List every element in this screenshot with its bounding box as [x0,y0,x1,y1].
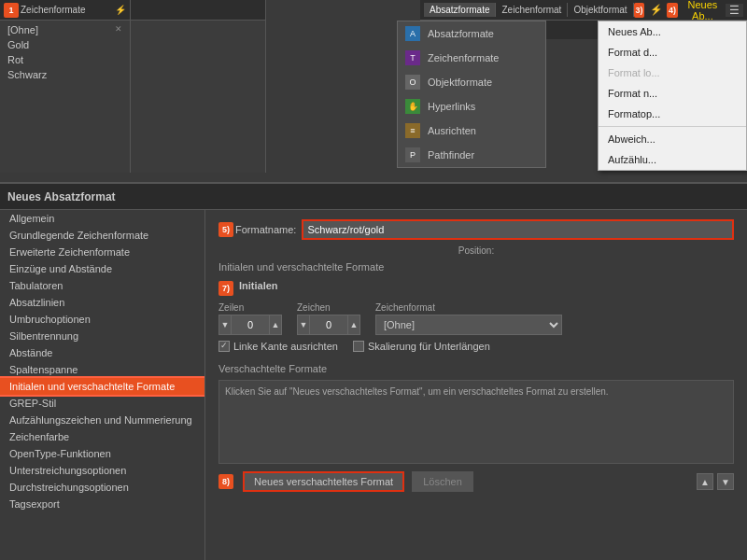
flyout-label-hyperlinks: Hyperlinks [428,101,475,112]
dialog-title: Neues Absatzformat [7,190,116,203]
initialen-title: Initialen [239,280,278,291]
rd-item-format-n[interactable]: Format n... [599,83,746,104]
flyout-item-hyperlinks[interactable]: ✋ Hyperlinks [398,94,545,119]
sidebar-aufzahlung[interactable]: Aufzählungszeichen und Nummerierung [0,412,204,428]
flyout-item-zeichen[interactable]: T Zeichenformate [398,46,545,70]
format-item-schwarz[interactable]: Schwarz [0,67,130,82]
sidebar-grundlegende[interactable]: Grundlegende Zeichenformate [0,227,204,244]
flyout-label-absatz: Absatzformate [428,28,494,39]
move-up-btn[interactable]: ▲ [697,473,713,490]
zeichenformat-label: Zeichenformat [375,302,562,313]
flyout-label-objekt: Objektformate [428,77,492,88]
flyout-item-ausrichten[interactable]: ≡ Ausrichten [398,119,545,143]
tab-objektformat[interactable]: Objektformat [568,3,633,17]
sidebar-opentype[interactable]: OpenType-Funktionen [0,445,204,462]
zeilen-spinner: ▼ ▲ [218,315,282,335]
zeilen-up-btn[interactable]: ▲ [269,315,282,335]
lightning-icon: ⚡ [115,5,126,15]
lightning-icon-right[interactable]: ⚡ [650,4,663,16]
path-icon: P [405,147,420,162]
sidebar-tagsexport[interactable]: Tagsexport [0,496,204,512]
format-item-ohne[interactable]: [Ohne] ✕ [0,22,130,37]
sidebar-silbentrennung[interactable]: Silbentrennung [0,328,204,344]
neues-button[interactable]: Neues Ab... [684,0,722,21]
flyout-item-pathfinder[interactable]: P Pathfinder [398,143,545,167]
checkbox-linke[interactable] [218,341,230,352]
flyout-label-pathfinder: Pathfinder [428,149,474,161]
sidebar-umbruch[interactable]: Umbruchoptionen [0,311,204,328]
verschachtelte-box: Klicken Sie auf "Neues verschachteltes F… [218,380,734,464]
badge-8: 8) [218,474,233,489]
sidebar-grep[interactable]: GREP-Stil [0,395,204,412]
absatz-icon: A [405,26,420,41]
toolbar-icons: 3) ⚡ 4) Neues Ab... ☰ [634,0,743,21]
rd-item-abweich[interactable]: Abweich... [599,129,746,149]
zeilen-down-btn[interactable]: ▼ [218,315,232,335]
flyout-item-objekt[interactable]: O Objektformate [398,70,545,94]
zeichen-icon: T [405,50,420,65]
loschen-btn: Löschen [412,471,473,492]
checkbox-skalierung-label[interactable]: Skalierung für Unterlängen [353,341,490,352]
rd-item-aufzahlu[interactable]: Aufzählu... [599,149,746,170]
sidebar-zeichenfarbe[interactable]: Zeichenfarbe [0,428,204,445]
hand-icon: ✋ [405,99,420,114]
sidebar-erweiterte[interactable]: Erweiterte Zeichenformate [0,244,204,260]
badge-4: 4) [667,3,678,18]
dialog-body: Allgemein Grundlegende Zeichenformate Er… [0,210,747,560]
dialog-content: 5) Formatname: Position: Initialen und v… [205,210,747,560]
flyout-menu: A Absatzformate T Zeichenformate O Objek… [397,21,546,168]
tab-absatzformate[interactable]: Absatzformate [424,3,496,17]
top-right-tabs: Absatzformate Zeichenformat Objektformat… [420,0,747,21]
zeichen-spinner: ▼ ▲ [297,315,360,335]
objekt-icon: O [405,75,420,90]
zeichen-input[interactable] [310,315,347,335]
initialen-section: 7) Initialen Zeilen ▼ ▲ [218,280,734,352]
dialog-sidebar: Allgemein Grundlegende Zeichenformate Er… [0,210,205,560]
abs-panel-header [131,0,265,21]
formatname-label: Formatname: [235,224,296,235]
zeichenformat-select[interactable]: [Ohne] [375,315,562,335]
close-icon[interactable]: ✕ [115,24,122,34]
verschachtelte-section: Verschachtelte Formate Klicken Sie auf "… [218,363,734,464]
checkbox-skalierung[interactable] [353,341,364,352]
rd-item-formatop[interactable]: Formatop... [599,104,746,124]
panel-menu-button[interactable]: ☰ [726,4,743,17]
sidebar-abstande[interactable]: Abstände [0,344,204,361]
zeichen-up-btn[interactable]: ▲ [347,315,360,335]
main-dialog: Neues Absatzformat Allgemein Grundlegend… [0,182,747,560]
checkbox-row: Linke Kante ausrichten Skalierung für Un… [218,341,734,352]
neues-verschachteltes-btn[interactable]: Neues verschachteltes Format [243,471,404,492]
move-down-btn[interactable]: ▼ [717,473,734,490]
verschachtelte-title: Verschachtelte Formate [218,363,734,374]
zeilen-input[interactable] [232,315,269,335]
sidebar-durchstreichung[interactable]: Durchstreichungsoptionen [0,479,204,496]
tab-zeichenformat[interactable]: Zeichenformat [496,3,568,17]
sidebar-tabulatoren[interactable]: Tabulatoren [0,277,204,294]
position-label: Position: [458,245,494,256]
sidebar-unterstreichung[interactable]: Unterstreichungsoptionen [0,462,204,479]
top-panel: 1 Zeichenformate ⚡ [Ohne] ✕ Gold Rot Sch… [0,0,747,187]
separator [599,126,746,127]
formatname-input[interactable] [302,219,734,240]
zeichen-down-btn[interactable]: ▼ [297,315,310,335]
rd-item-format-lo: Format lo... [599,63,746,83]
flyout-label-zeichen: Zeichenformate [428,52,499,63]
checkbox-linke-text: Linke Kante ausrichten [233,341,338,352]
sidebar-einzuge[interactable]: Einzüge und Abstände [0,260,204,277]
checkbox-linke-label[interactable]: Linke Kante ausrichten [218,341,338,352]
absatz-flyout-panel: A Absatzformate T Zeichenformate O Objek… [131,0,266,173]
sidebar-spaltenspanne[interactable]: Spaltenspanne [0,361,204,378]
sidebar-initialen[interactable]: Initialen und verschachtelte Formate [0,378,204,395]
format-item-gold[interactable]: Gold [0,37,130,52]
format-item-rot[interactable]: Rot [0,52,130,67]
checkbox-skalierung-text: Skalierung für Unterlängen [368,341,490,352]
rd-item-neues[interactable]: Neues Ab... [599,21,746,42]
zeichenformate-panel: 1 Zeichenformate ⚡ [Ohne] ✕ Gold Rot Sch… [0,0,131,173]
rd-item-format-d[interactable]: Format d... [599,42,746,63]
badge-1: 1 [4,3,19,18]
formatname-row: 5) Formatname: [218,219,734,240]
flyout-item-absatz[interactable]: A Absatzformate [398,21,545,46]
sidebar-allgemein[interactable]: Allgemein [0,210,204,227]
sidebar-absatzlinien[interactable]: Absatzlinien [0,294,204,311]
position-row: Position: [218,245,734,256]
